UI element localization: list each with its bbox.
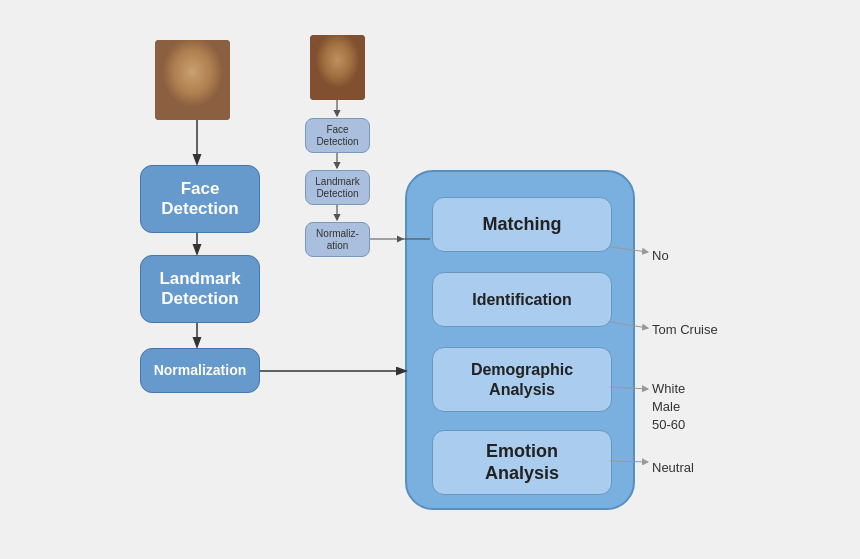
emotion-analysis-box: EmotionAnalysis: [432, 430, 612, 495]
normalization-box-left: Normalization: [140, 348, 260, 393]
demographic-analysis-box: DemographicAnalysis: [432, 347, 612, 412]
left-face-photo: [155, 40, 230, 120]
demographic-output: WhiteMale50-60: [652, 380, 685, 435]
outer-analysis-container: Matching Identification DemographicAnaly…: [405, 170, 635, 510]
matching-box: Matching: [432, 197, 612, 252]
face-detection-box-left: Face Detection: [140, 165, 260, 233]
landmark-detection-box-right: LandmarkDetection: [305, 170, 370, 205]
identification-box: Identification: [432, 272, 612, 327]
identification-output: Tom Cruise: [652, 322, 718, 337]
diagram: Face Detection LandmarkDetection Normali…: [0, 0, 860, 559]
matching-output: No: [652, 248, 669, 263]
normalization-box-right: Normaliz-ation: [305, 222, 370, 257]
landmark-detection-box-left: LandmarkDetection: [140, 255, 260, 323]
right-face-photo: [310, 35, 365, 100]
emotion-output: Neutral: [652, 460, 694, 475]
face-detection-box-right: FaceDetection: [305, 118, 370, 153]
